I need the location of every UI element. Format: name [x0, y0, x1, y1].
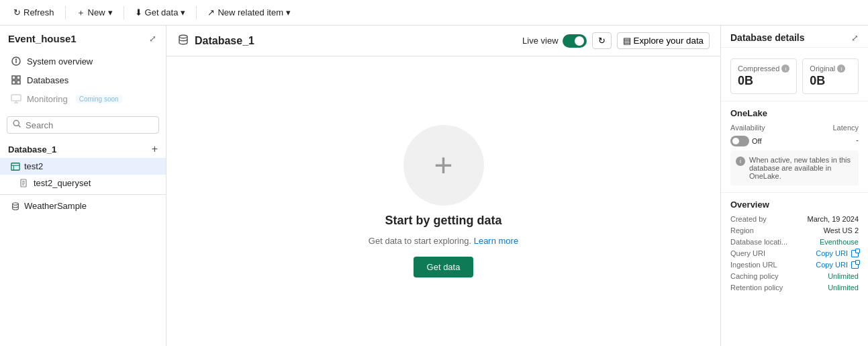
refresh-icon: ↻	[13, 7, 21, 17]
get-data-main-button[interactable]: Get data	[414, 257, 474, 277]
overview-key: Ingestion URL	[730, 261, 777, 269]
overview-value: March, 19 2024	[808, 215, 859, 223]
panel-expand-button[interactable]: ⤢	[851, 33, 859, 43]
plus-icon: ＋	[77, 7, 85, 19]
content-title: Database_1	[195, 35, 254, 47]
refresh-label: Refresh	[23, 7, 54, 17]
sidebar-bottom: WeatherSample	[0, 194, 166, 217]
tree-item-weather-sample[interactable]: WeatherSample	[0, 198, 166, 214]
get-data-button[interactable]: ⬇ Get data ▾	[130, 5, 191, 20]
sidebar-item-system-overview[interactable]: System overview	[0, 52, 166, 71]
onelake-title: OneLake	[730, 108, 859, 118]
svg-rect-12	[11, 163, 19, 170]
onelake-availability-row: Availability Latency	[730, 124, 859, 132]
latency-value: -	[856, 136, 859, 146]
tree-item-test2[interactable]: test2	[0, 158, 166, 175]
info-dot-icon: i	[736, 157, 745, 166]
new-related-button[interactable]: ↗ New related item ▾	[202, 5, 296, 20]
overview-row: Database locati...Eventhouse	[730, 238, 859, 246]
chevron-down-icon: ▾	[108, 7, 113, 17]
overview-row: Caching policyUnlimited	[730, 272, 859, 280]
chevron-down-icon-3: ▾	[286, 7, 291, 17]
coming-soon-badge: Coming soon	[76, 95, 122, 103]
overview-key: Retention policy	[730, 284, 783, 292]
overview-key: Database locati...	[730, 238, 787, 246]
center-content: + Start by getting data Get data to star…	[166, 56, 720, 346]
overview-value: Eventhouse	[820, 238, 859, 246]
content-title-row: Database_1	[177, 34, 254, 48]
divider-1	[65, 6, 66, 19]
overview-row: Ingestion URLCopy URI	[730, 261, 859, 269]
availability-status-row: Off	[730, 136, 761, 146]
panel-header: Database details ⤢	[721, 26, 868, 48]
refresh-button[interactable]: ↻ Refresh	[8, 5, 60, 20]
original-stat: Original i 0B	[802, 58, 859, 94]
overview-value[interactable]: Copy URI	[816, 249, 859, 257]
tree-item-queryset-label: test2_queryset	[34, 178, 91, 188]
explore-icon: ▤	[623, 36, 631, 46]
search-icon	[13, 120, 21, 130]
content-header: Database_1 Live view ↻ ▤ Explore your da…	[166, 26, 720, 56]
overview-row: RegionWest US 2	[730, 226, 859, 234]
overview-row: Retention policyUnlimited	[730, 284, 859, 292]
weather-sample-label: WeatherSample	[24, 201, 87, 211]
onelake-note-text: When active, new tables in this database…	[749, 156, 853, 180]
overview-row: Created byMarch, 19 2024	[730, 215, 859, 223]
svg-rect-4	[17, 76, 20, 79]
latency-label: Latency	[832, 124, 859, 132]
main-layout: Event_house1 ⤢ System overview Databases	[0, 26, 868, 346]
compressed-value: 0B	[738, 74, 789, 88]
db-section-title: Database_1	[8, 144, 56, 155]
svg-point-10	[13, 120, 19, 126]
doc-icon	[20, 179, 30, 188]
external-link-icon: ↗	[207, 7, 215, 17]
get-data-label: Get data	[145, 7, 179, 17]
get-data-icon: ⬇	[135, 7, 142, 17]
db-small-icon	[11, 202, 20, 211]
plus-symbol: +	[434, 149, 452, 181]
tree-item-test2-queryset[interactable]: test2_queryset	[0, 175, 166, 191]
learn-more-link[interactable]: Learn more	[474, 236, 518, 246]
refresh-small-icon: ↻	[598, 36, 606, 46]
overview-key: Region	[730, 226, 754, 234]
onelake-note: i When active, new tables in this databa…	[730, 150, 859, 185]
overview-title: Overview	[730, 200, 859, 210]
svg-rect-6	[17, 81, 20, 84]
overview-value[interactable]: Copy URI	[816, 261, 859, 269]
header-actions: Live view ↻ ▤ Explore your data	[522, 32, 710, 49]
svg-line-11	[19, 126, 21, 128]
center-title: Start by getting data	[385, 214, 501, 228]
divider-3	[196, 6, 197, 19]
search-input[interactable]	[26, 120, 153, 130]
monitor-icon	[11, 93, 21, 104]
svg-point-2	[16, 59, 17, 60]
center-subtitle: Get data to start exploring. Learn more	[369, 236, 518, 246]
db-section-header: Database_1 +	[0, 139, 166, 158]
new-button[interactable]: ＋ New ▾	[71, 4, 118, 21]
content-area: Database_1 Live view ↻ ▤ Explore your da…	[166, 26, 720, 346]
sidebar-item-databases[interactable]: Databases	[0, 71, 166, 89]
stats-row: Compressed i 0B Original i 0B	[730, 58, 859, 94]
sidebar-nav: System overview Databases Monitoring Com…	[0, 49, 166, 111]
explore-label: Explore your data	[634, 36, 704, 46]
db-add-button[interactable]: +	[152, 143, 158, 155]
stats-section: Compressed i 0B Original i 0B	[721, 48, 868, 101]
live-view-toggle[interactable]	[563, 34, 587, 48]
table-green-icon	[11, 162, 20, 171]
sidebar-expand-button[interactable]: ⤢	[148, 32, 158, 45]
overview-row: Query URICopy URI	[730, 249, 859, 257]
availability-toggle[interactable]	[730, 136, 749, 146]
live-view-row: Live view	[522, 34, 586, 48]
explore-data-button[interactable]: ▤ Explore your data	[617, 32, 710, 49]
onelake-values-row: Off -	[730, 136, 859, 146]
compressed-label: Compressed i	[738, 64, 789, 73]
system-overview-label: System overview	[27, 56, 93, 67]
availability-status: Off	[752, 137, 761, 145]
plus-circle: +	[403, 125, 484, 206]
onelake-section: OneLake Availability Latency Off - i Whe…	[721, 101, 868, 192]
overview-key: Query URI	[730, 249, 765, 257]
grid-icon	[11, 75, 21, 85]
live-view-label: Live view	[522, 36, 558, 46]
toolbar: ↻ Refresh ＋ New ▾ ⬇ Get data ▾ ↗ New rel…	[0, 0, 868, 26]
refresh-content-button[interactable]: ↻	[592, 32, 612, 49]
